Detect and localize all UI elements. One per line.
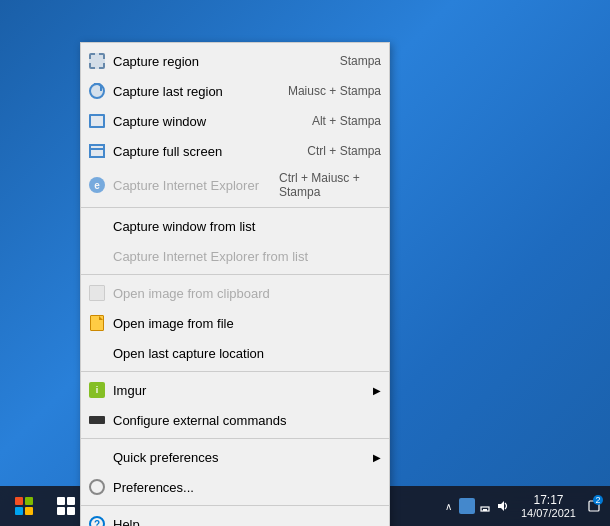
menu-item-capture-ie[interactable]: e Capture Internet Explorer Ctrl + Maius… [81, 166, 389, 204]
quick-prefs-arrow: ▶ [373, 452, 381, 463]
no-icon-1 [87, 216, 107, 236]
notification-badge: 2 [593, 495, 603, 505]
imgur-icon: i [87, 380, 107, 400]
open-last-capture-label: Open last capture location [113, 346, 381, 361]
separator-2 [81, 274, 389, 275]
context-menu: Capture region Stampa Capture last regio… [80, 42, 390, 526]
menu-item-capture-last-region[interactable]: Capture last region Maiusc + Stampa [81, 76, 389, 106]
svg-rect-1 [483, 509, 487, 511]
separator-3 [81, 371, 389, 372]
prefs-icon [87, 477, 107, 497]
ie-icon: e [87, 175, 107, 195]
menu-item-capture-window[interactable]: Capture window Alt + Stampa [81, 106, 389, 136]
capture-last-region-shortcut: Maiusc + Stampa [288, 84, 381, 98]
notification-button[interactable]: 2 [586, 493, 602, 519]
menu-item-capture-full-screen[interactable]: Capture full screen Ctrl + Stampa [81, 136, 389, 166]
chevron-up-icon: ∧ [445, 501, 452, 512]
configure-icon [87, 410, 107, 430]
capture-ie-label: Capture Internet Explorer [113, 178, 259, 193]
network-icon [478, 499, 492, 513]
taskbar-right: ∧ [441, 493, 606, 519]
no-icon-2 [87, 246, 107, 266]
menu-item-help[interactable]: ? Help [81, 509, 389, 526]
menu-item-preferences[interactable]: Preferences... [81, 472, 389, 502]
capture-window-list-label: Capture window from list [113, 219, 381, 234]
tray-icons: ∧ [441, 498, 511, 514]
menu-item-capture-window-list[interactable]: Capture window from list [81, 211, 389, 241]
start-button[interactable] [4, 487, 44, 525]
capture-window-label: Capture window [113, 114, 292, 129]
menu-item-configure-external[interactable]: Configure external commands [81, 405, 389, 435]
capture-ie-list-label: Capture Internet Explorer from list [113, 249, 381, 264]
open-file-label: Open image from file [113, 316, 381, 331]
menu-item-capture-region[interactable]: Capture region Stampa [81, 46, 389, 76]
greenshot-tray-icon [459, 498, 475, 514]
imgur-arrow: ▶ [373, 385, 381, 396]
open-clipboard-label: Open image from clipboard [113, 286, 381, 301]
menu-item-imgur[interactable]: i Imgur ▶ [81, 375, 389, 405]
tray-greenshot[interactable] [459, 498, 475, 514]
svg-marker-2 [498, 501, 504, 511]
settings-grid-icon [57, 497, 75, 515]
separator-5 [81, 505, 389, 506]
menu-item-quick-prefs[interactable]: Quick preferences ▶ [81, 442, 389, 472]
fullscreen-icon [87, 141, 107, 161]
configure-external-label: Configure external commands [113, 413, 381, 428]
desktop: Capture region Stampa Capture last regio… [0, 0, 610, 526]
tray-network[interactable] [477, 498, 493, 514]
capture-full-screen-shortcut: Ctrl + Stampa [307, 144, 381, 158]
capture-region-shortcut: Stampa [340, 54, 381, 68]
menu-item-open-last-capture[interactable]: Open last capture location [81, 338, 389, 368]
no-icon-3 [87, 343, 107, 363]
clock[interactable]: 17:17 14/07/2021 [515, 493, 582, 519]
clock-date: 14/07/2021 [521, 507, 576, 519]
quick-prefs-label: Quick preferences [113, 450, 365, 465]
capture-region-label: Capture region [113, 54, 320, 69]
clock-time: 17:17 [533, 493, 563, 507]
volume-icon [496, 499, 510, 513]
image-clipboard-icon [87, 283, 107, 303]
capture-ie-shortcut: Ctrl + Maiusc + Stampa [279, 171, 381, 199]
tray-chevron[interactable]: ∧ [441, 498, 457, 514]
preferences-label: Preferences... [113, 480, 381, 495]
separator-4 [81, 438, 389, 439]
image-file-icon [87, 313, 107, 333]
tray-volume[interactable] [495, 498, 511, 514]
windows-icon [15, 497, 33, 515]
capture-window-shortcut: Alt + Stampa [312, 114, 381, 128]
separator-1 [81, 207, 389, 208]
region-icon [87, 51, 107, 71]
window-icon [87, 111, 107, 131]
menu-item-capture-ie-list[interactable]: Capture Internet Explorer from list [81, 241, 389, 271]
menu-item-open-clipboard[interactable]: Open image from clipboard [81, 278, 389, 308]
no-icon-4 [87, 447, 107, 467]
capture-last-icon [87, 81, 107, 101]
help-label: Help [113, 517, 381, 527]
imgur-label: Imgur [113, 383, 365, 398]
capture-last-region-label: Capture last region [113, 84, 268, 99]
capture-full-screen-label: Capture full screen [113, 144, 287, 159]
help-icon: ? [87, 514, 107, 526]
menu-item-open-file[interactable]: Open image from file [81, 308, 389, 338]
